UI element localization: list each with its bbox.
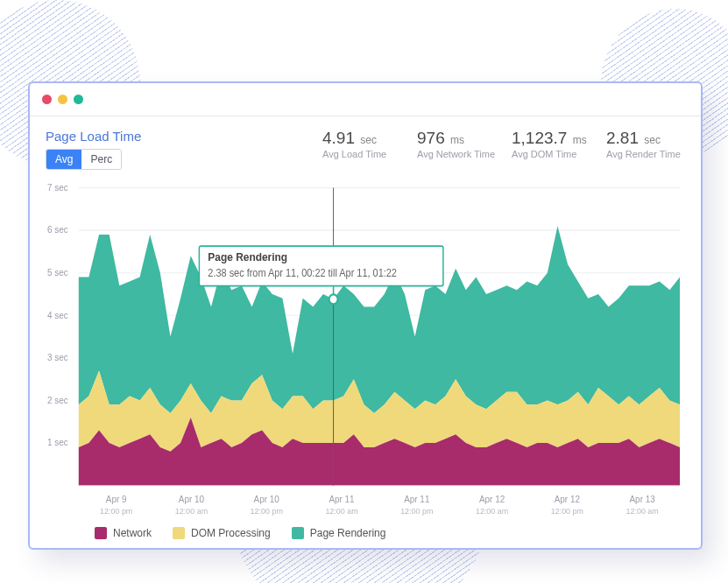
header-row: Page Load Time Avg Perc 4.91 secAvg Load… [46, 129, 685, 170]
svg-point-32 [329, 294, 338, 304]
svg-text:3 sec: 3 sec [47, 353, 68, 362]
svg-text:4 sec: 4 sec [47, 310, 68, 320]
svg-text:Apr 13: Apr 13 [630, 495, 655, 504]
legend-item: Network [95, 527, 152, 539]
svg-text:Apr 11: Apr 11 [404, 495, 429, 504]
metric-unit: sec [644, 134, 661, 146]
legend-label: Network [113, 527, 152, 539]
chart-area[interactable]: 1 sec2 sec3 sec4 sec5 sec6 sec7 secApr 9… [46, 182, 685, 523]
metric-unit: ms [450, 134, 464, 146]
metric-unit: ms [573, 134, 587, 146]
legend-label: DOM Processing [191, 527, 271, 539]
metric-unit: sec [360, 134, 377, 146]
legend-swatch [292, 527, 304, 539]
svg-text:Apr 12: Apr 12 [555, 495, 580, 504]
metric-label: Avg Render Time [606, 149, 685, 159]
metric-value: 1,123.7 ms [512, 129, 590, 148]
legend: NetworkDOM ProcessingPage Rendering [46, 523, 685, 539]
app-window: Page Load Time Avg Perc 4.91 secAvg Load… [28, 81, 703, 550]
metric-1: 976 msAvg Network Time [417, 129, 496, 159]
svg-text:12:00 am: 12:00 am [325, 507, 357, 516]
svg-text:Apr 10: Apr 10 [179, 495, 204, 504]
metric-0: 4.91 secAvg Load Time [322, 129, 401, 159]
svg-text:12:00 am: 12:00 am [626, 507, 659, 516]
svg-text:12:00 pm: 12:00 pm [251, 507, 283, 516]
svg-text:Apr 9: Apr 9 [106, 495, 127, 504]
metric-value: 2.81 sec [606, 129, 685, 148]
window-titlebar [30, 83, 701, 116]
window-minimize-icon[interactable] [58, 95, 67, 104]
svg-text:7 sec: 7 sec [47, 182, 68, 192]
svg-text:5 sec: 5 sec [47, 268, 68, 277]
svg-text:1 sec: 1 sec [47, 438, 68, 447]
title-block: Page Load Time Avg Perc [46, 129, 141, 170]
svg-text:12:00 pm: 12:00 pm [100, 507, 132, 516]
metric-value: 4.91 sec [322, 129, 401, 148]
avg-perc-toggle: Avg Perc [46, 149, 122, 170]
stacked-area-chart: 1 sec2 sec3 sec4 sec5 sec6 sec7 secApr 9… [46, 182, 685, 523]
metric-value: 976 ms [417, 129, 496, 148]
svg-text:Apr 10: Apr 10 [254, 495, 279, 504]
toggle-avg-button[interactable]: Avg [46, 150, 81, 169]
svg-text:2.38 sec from Apr 11, 00:22 ti: 2.38 sec from Apr 11, 00:22 till Apr 11,… [208, 267, 397, 278]
svg-text:Apr 11: Apr 11 [329, 495, 354, 504]
metric-label: Avg Network Time [417, 149, 496, 159]
svg-text:12:00 pm: 12:00 pm [551, 507, 583, 516]
svg-text:6 sec: 6 sec [47, 225, 68, 235]
svg-text:12:00 am: 12:00 am [476, 507, 508, 516]
metric-label: Avg Load Time [322, 149, 401, 159]
legend-item: Page Rendering [292, 527, 386, 539]
window-close-icon[interactable] [42, 95, 52, 104]
page-title: Page Load Time [46, 129, 141, 144]
svg-text:12:00 am: 12:00 am [175, 507, 208, 516]
metric-label: Avg DOM Time [512, 149, 590, 159]
metric-3: 2.81 secAvg Render Time [606, 129, 685, 159]
svg-text:2 sec: 2 sec [47, 395, 68, 404]
svg-text:12:00 pm: 12:00 pm [400, 507, 433, 516]
svg-text:Page Rendering: Page Rendering [208, 251, 287, 264]
svg-text:Apr 12: Apr 12 [479, 495, 505, 504]
metrics-group: 4.91 secAvg Load Time976 msAvg Network T… [322, 129, 685, 159]
window-zoom-icon[interactable] [74, 95, 83, 104]
metric-2: 1,123.7 msAvg DOM Time [512, 129, 590, 159]
legend-swatch [95, 527, 107, 539]
legend-item: DOM Processing [173, 527, 271, 539]
legend-label: Page Rendering [310, 527, 386, 539]
content-area: Page Load Time Avg Perc 4.91 secAvg Load… [30, 116, 701, 548]
legend-swatch [173, 527, 185, 539]
toggle-perc-button[interactable]: Perc [81, 150, 121, 169]
